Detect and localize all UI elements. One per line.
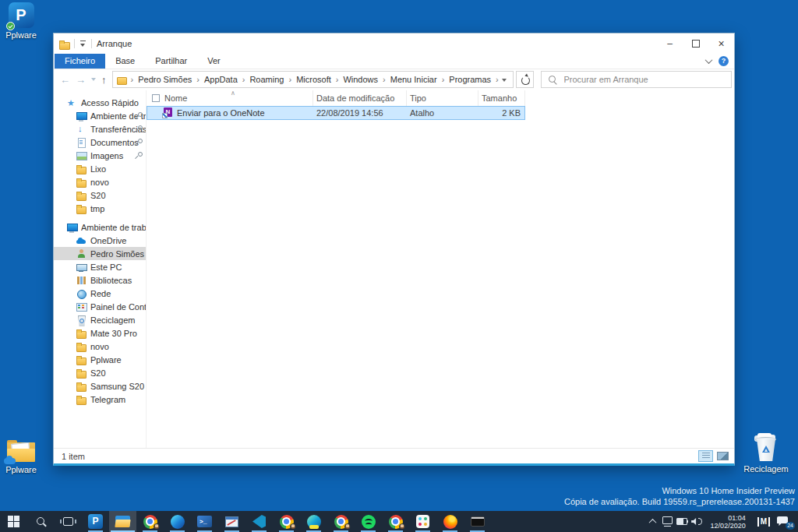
recent-locations-dropdown-icon[interactable] xyxy=(91,78,96,83)
expand-ribbon-icon[interactable] xyxy=(705,56,713,64)
breadcrumb-item[interactable]: › Arranque xyxy=(491,75,498,84)
sidebar-item[interactable]: Pedro Simões xyxy=(54,247,146,260)
tray-expand-icon[interactable] xyxy=(645,511,660,532)
maximize-button[interactable] xyxy=(683,33,708,54)
taskbar-app-icon xyxy=(36,516,47,527)
sidebar-item[interactable]: Pplware xyxy=(54,353,146,366)
spotify[interactable] xyxy=(355,511,382,532)
sidebar-item[interactable]: Este PC xyxy=(54,260,146,273)
refresh-button[interactable] xyxy=(516,71,534,88)
sidebar-item[interactable]: Transferências xyxy=(54,122,146,136)
task-view-button[interactable] xyxy=(55,511,82,532)
sidebar-item-icon xyxy=(76,328,87,339)
battery-icon[interactable] xyxy=(675,511,690,532)
close-button[interactable]: × xyxy=(708,33,734,54)
breadcrumb-item[interactable]: › Windows xyxy=(331,75,378,84)
search-box[interactable] xyxy=(541,71,733,88)
chrome-profile-2[interactable] xyxy=(273,511,300,532)
file-row[interactable]: Enviar para o OneNote 22/08/2019 14:56 A… xyxy=(147,106,525,120)
sidebar-item[interactable]: Samsung S20 xyxy=(54,379,146,393)
sidebar-item[interactable]: OneDrive xyxy=(54,234,146,247)
sidebar-item-icon xyxy=(66,222,78,233)
ribbon-tab[interactable]: Partilhar xyxy=(145,54,197,69)
breadcrumb-separator-icon: › xyxy=(437,75,450,84)
recycle-bin-icon xyxy=(754,434,778,462)
taskbar-app-icon xyxy=(88,514,103,529)
slack[interactable] xyxy=(409,511,436,532)
select-all-checkbox[interactable] xyxy=(152,94,160,102)
ribbon-tab[interactable]: Ver xyxy=(197,54,231,69)
clock-time: 01:04 xyxy=(711,514,746,522)
sidebar-item[interactable]: novo xyxy=(54,175,146,188)
sidebar-item[interactable]: Ambiente de trabalho xyxy=(54,220,146,234)
sidebar-item[interactable]: Imagens xyxy=(54,149,146,162)
sidebar-item[interactable]: Mate 30 Pro xyxy=(54,326,146,340)
address-bar[interactable]: › Pedro Simões › AppData › Roaming › Mic… xyxy=(112,71,514,88)
breadcrumb-item[interactable]: › Menu Iniciar xyxy=(378,75,437,84)
column-header-type[interactable]: Tipo xyxy=(407,90,478,106)
address-dropdown-icon[interactable] xyxy=(502,79,507,84)
sidebar-item[interactable]: Rede xyxy=(54,287,146,300)
file-name: Enviar para o OneNote xyxy=(177,108,313,118)
sidebar-item[interactable]: Acesso Rápido xyxy=(54,96,146,109)
taskbar-clock[interactable]: 01:04 12/02/2020 xyxy=(704,514,752,530)
sidebar-item[interactable]: Reciclagem xyxy=(54,313,146,326)
breadcrumb-item[interactable]: › Roaming xyxy=(238,75,284,84)
breadcrumb-item[interactable]: › AppData xyxy=(192,75,237,84)
pplware-app[interactable] xyxy=(82,511,109,532)
volume-icon[interactable] xyxy=(690,511,704,532)
breadcrumb-item[interactable]: › Microsoft xyxy=(284,75,330,84)
edge-dev[interactable] xyxy=(300,511,327,532)
sidebar-item[interactable]: Painel de Controlo xyxy=(54,300,146,313)
vscode[interactable] xyxy=(245,511,273,532)
sidebar-item[interactable]: Documentos xyxy=(54,136,146,149)
sidebar-item-icon xyxy=(76,111,87,122)
sidebar-item[interactable]: S20 xyxy=(54,188,146,202)
sidebar-item-label: Este PC xyxy=(90,262,146,272)
terminal[interactable] xyxy=(464,511,491,532)
search-button[interactable] xyxy=(27,511,55,532)
search-input[interactable] xyxy=(561,75,732,84)
column-header-modified[interactable]: Data de modificação xyxy=(313,90,407,106)
sidebar-item[interactable]: Telegram xyxy=(54,393,146,406)
back-button[interactable]: ← xyxy=(60,75,70,85)
desktop-icon-recycle-bin[interactable]: Reciclagem xyxy=(746,434,786,474)
sidebar-item-icon xyxy=(76,341,87,352)
quick-access-toolbar-dropdown-icon[interactable] xyxy=(79,41,87,48)
sidebar-item-label: Reciclagem xyxy=(90,315,146,325)
sidebar-item[interactable]: Ambiente de trabalho xyxy=(54,109,146,122)
ribbon-tab[interactable]: Ficheiro xyxy=(55,54,105,69)
input-method-indicator[interactable]: M xyxy=(757,517,770,527)
sidebar-item[interactable]: S20 xyxy=(54,366,146,379)
powershell[interactable] xyxy=(191,511,218,532)
sidebar-item[interactable]: tmp xyxy=(54,202,146,215)
chrome-profile-3[interactable] xyxy=(327,511,355,532)
forward-button[interactable]: → xyxy=(76,75,86,85)
sidebar-item[interactable]: Bibliotecas xyxy=(54,273,146,287)
ribbon-tab[interactable]: Base xyxy=(105,54,145,69)
column-header-size[interactable]: Tamanho xyxy=(478,90,525,106)
start-button[interactable] xyxy=(0,511,27,532)
firefox[interactable] xyxy=(436,511,464,532)
minimize-button[interactable]: – xyxy=(657,33,683,54)
file-explorer[interactable] xyxy=(109,511,136,532)
details-view-button[interactable] xyxy=(698,450,713,462)
edge[interactable] xyxy=(164,511,191,532)
chrome-profile-4[interactable] xyxy=(382,511,409,532)
desktop-icon-pplware-folder[interactable]: Pplware xyxy=(1,440,41,474)
desktop-icon-pplware-app[interactable]: Pplware xyxy=(1,2,41,40)
up-button[interactable]: ↑ xyxy=(101,75,107,85)
column-header-name[interactable]: Nome ∧ xyxy=(147,90,313,106)
sidebar-item[interactable]: Lixo xyxy=(54,162,146,175)
sidebar-item-icon xyxy=(76,275,87,286)
network-icon[interactable] xyxy=(660,511,675,532)
breadcrumb-item[interactable]: › Programas xyxy=(437,75,491,84)
large-icons-view-button[interactable] xyxy=(715,450,730,462)
chrome-profile-1[interactable] xyxy=(136,511,164,532)
sidebar-item[interactable]: novo xyxy=(54,340,146,353)
breadcrumb-item[interactable]: › Pedro Simões xyxy=(126,75,192,84)
notifications-button[interactable]: 24 xyxy=(775,511,794,532)
editor-app[interactable] xyxy=(218,511,245,532)
sidebar-item-icon xyxy=(76,368,87,379)
help-icon[interactable] xyxy=(719,56,729,66)
